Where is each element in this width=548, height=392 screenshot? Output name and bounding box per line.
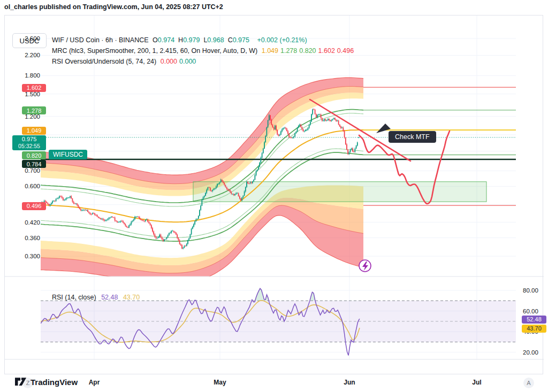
candle-body: [230, 190, 231, 193]
candle-body: [150, 223, 151, 225]
candle-body: [77, 203, 78, 205]
legend-mrc-line: MRC (hlc3, SuperSmoother, 200, 1, 2.415,…: [52, 45, 358, 56]
candle-body: [211, 190, 212, 191]
candle-body: [212, 190, 213, 191]
candle-body: [298, 126, 299, 128]
candle-body: [156, 237, 157, 239]
candle-body: [135, 217, 136, 217]
rsi-pane[interactable]: [41, 276, 516, 359]
candle-body: [328, 119, 329, 120]
candle-body: [91, 214, 92, 214]
candle-body: [171, 231, 172, 233]
candle-body: [68, 197, 70, 198]
candle-body: [52, 201, 53, 203]
candle-body: [168, 235, 169, 237]
candle-body: [111, 217, 112, 217]
candle-body: [321, 114, 322, 118]
candle-body: [131, 221, 132, 224]
candle-body: [116, 220, 117, 221]
candle-body: [241, 197, 242, 201]
candle-body: [267, 127, 268, 136]
candle-body: [217, 184, 218, 187]
candle-body: [224, 183, 225, 185]
rsi-signal-values: 0.0000.000: [161, 58, 199, 65]
candle-body: [73, 202, 74, 203]
candle-body: [264, 142, 265, 149]
candle-body: [67, 197, 68, 198]
candle-body: [72, 198, 73, 202]
candle-body: [192, 227, 193, 229]
candle-body: [182, 248, 184, 248]
candle-body: [119, 222, 120, 222]
ohlc-key: C: [228, 36, 233, 44]
mrc-value: 0.820: [299, 47, 316, 55]
candle-body: [290, 137, 291, 137]
published-line: ol_charles published on TradingView.com,…: [4, 3, 223, 11]
candle-body: [177, 235, 178, 238]
ohlc-key: O: [153, 36, 158, 44]
candle-body: [257, 170, 258, 171]
candle-body: [297, 127, 298, 132]
candle-body: [296, 132, 297, 133]
candle-body: [194, 221, 195, 224]
candle-body: [115, 218, 116, 221]
candle-body: [108, 219, 109, 220]
candle-body: [138, 217, 139, 217]
candle-body: [87, 210, 88, 212]
candle-body: [310, 121, 311, 125]
candle-body: [214, 189, 215, 190]
candle-body: [270, 116, 271, 120]
candle-body: [231, 192, 232, 194]
candle-body: [78, 205, 79, 208]
candle-body: [196, 219, 197, 221]
candle-body: [316, 114, 317, 117]
price-axis-badge: 0.820: [22, 151, 46, 159]
candle-body: [66, 198, 67, 199]
candle-body: [191, 229, 192, 234]
rsi-tick-label: 20.00: [523, 349, 538, 356]
candle-body: [163, 239, 164, 241]
candle-body: [329, 119, 330, 120]
badge-price: 1.602: [27, 84, 42, 91]
time-axis-label[interactable]: May: [214, 379, 226, 386]
scroll-right-button[interactable]: A: [523, 378, 534, 388]
candle-body: [162, 237, 163, 240]
check-mtf-tooltip: Check MTF: [389, 131, 436, 143]
candle-body: [97, 215, 98, 217]
candle-body: [302, 127, 303, 129]
candle-body: [50, 204, 51, 205]
price-axis-badge: 0.496: [22, 202, 46, 210]
candle-body: [124, 223, 125, 225]
candle-body: [293, 136, 294, 137]
candle-body: [143, 220, 144, 221]
tradingview-logo[interactable]: TradingView: [15, 377, 78, 387]
candle-body: [174, 232, 176, 233]
time-axis-label[interactable]: Apr: [89, 379, 100, 386]
mrc-value: 1.278: [280, 47, 297, 55]
candle-body: [237, 193, 238, 194]
candle-body: [215, 188, 216, 189]
candle-body: [141, 220, 142, 220]
rsi-tick-label: 80.00: [523, 287, 538, 294]
candle-body: [208, 187, 209, 190]
candle-body: [234, 194, 235, 195]
candle-body: [62, 196, 63, 197]
badge-price: 0.820: [27, 152, 42, 159]
candle-body: [70, 196, 71, 197]
candle-body: [47, 203, 48, 204]
rsi-legend: RSI (14, close) 52.48 43.70: [52, 294, 143, 301]
candle-body: [331, 120, 332, 121]
time-axis-label[interactable]: Jun: [344, 379, 355, 386]
candle-body: [315, 110, 316, 114]
time-axis-label[interactable]: Jul: [472, 379, 481, 386]
candle-body: [258, 167, 259, 170]
chart-canvas[interactable]: [5, 16, 544, 374]
candle-body: [308, 128, 309, 130]
candle-body: [326, 120, 328, 121]
mrc-label: MRC (hlc3, SuperSmoother, 200, 1, 2.415,…: [52, 47, 257, 55]
candle-body: [219, 182, 220, 184]
candle-body: [170, 233, 171, 233]
rsi-axis-badge: 52.48: [522, 316, 546, 324]
candle-body: [186, 244, 187, 246]
candle-body: [128, 225, 130, 227]
